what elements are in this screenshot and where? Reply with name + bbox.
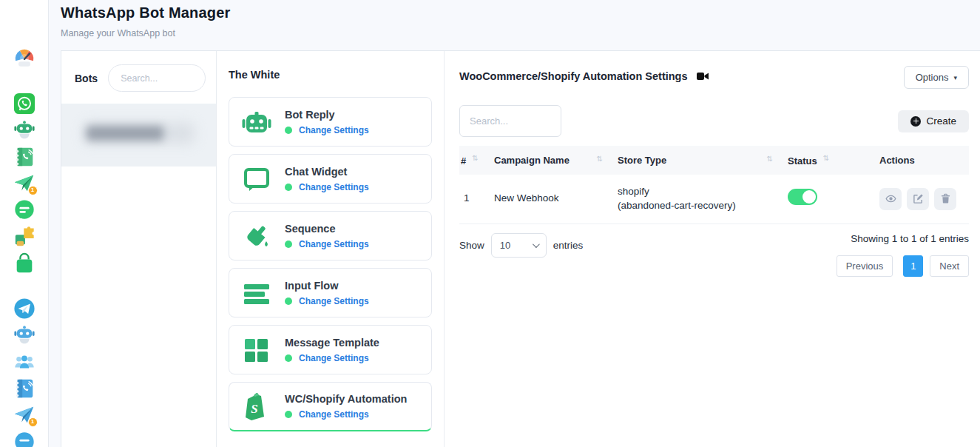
- bots-column: Bots: [61, 51, 217, 447]
- feature-card-message-template[interactable]: Message Template Change Settings: [229, 325, 432, 374]
- whatsapp-shop-icon[interactable]: [13, 252, 36, 275]
- change-settings-link[interactable]: Change Settings: [299, 296, 369, 306]
- edit-button[interactable]: [907, 188, 929, 210]
- column-header-status[interactable]: Status⇅: [783, 146, 875, 175]
- sort-icon[interactable]: ⇅: [767, 155, 773, 163]
- status-dot: [285, 411, 292, 418]
- status-dot: [285, 184, 292, 191]
- whatsapp-bot-icon[interactable]: [13, 119, 36, 141]
- column-header-index[interactable]: #⇅: [459, 146, 490, 175]
- telegram-bot-icon[interactable]: [13, 324, 36, 346]
- next-page-button[interactable]: Next: [930, 255, 969, 277]
- table-row: 1 New Webhook shopify (abandoned-cart-re…: [459, 175, 969, 223]
- status-dot: [285, 354, 292, 362]
- bot-features-column: The White Bot Reply Change Settings: [217, 51, 445, 447]
- page-header: WhatsApp Bot Manager Manage your WhatsAp…: [61, 4, 231, 38]
- shopify-icon: S: [240, 389, 274, 423]
- whatsapp-chat-icon[interactable]: [13, 199, 36, 221]
- bot-name-title: The White: [229, 69, 432, 81]
- whatsapp-campaign-icon[interactable]: 1: [13, 172, 36, 195]
- view-button[interactable]: [879, 188, 902, 210]
- page-title: WhatsApp Bot Manager: [61, 4, 231, 21]
- sort-icon[interactable]: ⇅: [472, 154, 478, 162]
- column-header-store-type[interactable]: Store Type⇅: [613, 146, 783, 175]
- telegram-icon[interactable]: [13, 298, 36, 320]
- change-settings-link[interactable]: Change Settings: [299, 182, 369, 192]
- telegram-chat-icon[interactable]: [13, 431, 36, 447]
- telegram-members-icon[interactable]: [13, 351, 36, 373]
- message-template-icon: [240, 333, 274, 367]
- video-tutorial-icon[interactable]: [697, 71, 709, 81]
- status-dot: [285, 127, 292, 134]
- feature-card-title: Input Flow: [285, 280, 369, 292]
- feature-card-title: Bot Reply: [285, 109, 369, 121]
- page-size-select[interactable]: 10: [491, 233, 547, 258]
- bot-reply-icon: [240, 105, 274, 139]
- trash-icon: [940, 193, 951, 204]
- column-header-campaign-name[interactable]: Campaign Name⇅: [490, 146, 613, 175]
- change-settings-link[interactable]: Change Settings: [299, 239, 369, 249]
- bots-search-input[interactable]: [108, 64, 206, 92]
- change-settings-link[interactable]: Change Settings: [299, 409, 369, 420]
- page-subtitle: Manage your WhatsApp bot: [61, 28, 231, 38]
- bot-name-blurred: [87, 126, 163, 141]
- automation-search-input[interactable]: [459, 105, 561, 137]
- sort-icon[interactable]: ⇅: [597, 155, 603, 163]
- feature-card-input-flow[interactable]: Input Flow Change Settings: [229, 268, 432, 317]
- feature-card-chat-widget[interactable]: Chat Widget Change Settings: [229, 154, 432, 204]
- row-index: 1: [459, 175, 490, 223]
- campaign-count-badge: 1: [28, 417, 38, 427]
- bot-list-item-selected[interactable]: [61, 104, 216, 167]
- create-button[interactable]: Create: [898, 110, 969, 132]
- bots-label: Bots: [75, 73, 98, 84]
- pagination: Previous 1 Next: [837, 255, 969, 277]
- whatsapp-contacts-icon[interactable]: [13, 146, 36, 168]
- telegram-campaign-icon[interactable]: 1: [13, 404, 36, 426]
- app-icon-rail: 1: [0, 0, 49, 447]
- column-header-actions: Actions: [875, 146, 969, 175]
- automation-settings-column: WooCommerce/Shopify Automation Settings …: [445, 51, 980, 447]
- main-panel: Bots The White Bot Reply: [61, 50, 980, 447]
- previous-page-button[interactable]: Previous: [837, 255, 893, 277]
- status-toggle[interactable]: [788, 189, 817, 205]
- chevron-down-icon: ▾: [953, 74, 957, 81]
- chevron-down-icon: [533, 241, 540, 248]
- svg-text:S: S: [251, 402, 257, 416]
- feature-card-sequence[interactable]: Sequence Change Settings: [229, 211, 432, 261]
- campaign-count-badge: 1: [28, 186, 38, 195]
- sort-icon[interactable]: ⇅: [823, 154, 829, 162]
- plus-circle-icon: [910, 116, 921, 127]
- feature-card-title: Message Template: [285, 337, 379, 349]
- row-store-type: shopify (abandoned-cart-recovery): [613, 175, 783, 223]
- campaigns-table: #⇅ Campaign Name⇅ Store Type⇅ Status⇅ Ac…: [459, 146, 969, 224]
- whatsapp-integration-icon[interactable]: [13, 226, 36, 248]
- telegram-contacts-icon[interactable]: [13, 377, 36, 400]
- feature-card-title: Chat Widget: [285, 166, 369, 178]
- input-flow-icon: [240, 276, 274, 310]
- feature-card-wc-shopify-automation[interactable]: S WC/Shopify Automation Change Settings: [229, 382, 432, 431]
- feature-card-title: Sequence: [285, 223, 369, 235]
- feature-card-title: WC/Shopify Automation: [285, 393, 407, 405]
- showing-entries-text: Showing 1 to 1 of 1 entries: [837, 233, 969, 244]
- status-dot: [285, 298, 292, 305]
- chat-widget-icon: [240, 162, 274, 196]
- delete-button[interactable]: [934, 188, 956, 210]
- entries-label: entries: [553, 240, 584, 251]
- options-button[interactable]: Options ▾: [904, 66, 969, 89]
- row-campaign-name: New Webhook: [490, 175, 613, 223]
- dashboard-gauge-icon[interactable]: [13, 47, 36, 70]
- show-label: Show: [459, 240, 484, 251]
- sequence-icon: [240, 219, 274, 253]
- eye-icon: [885, 193, 896, 204]
- whatsapp-icon[interactable]: [13, 93, 36, 115]
- status-dot: [285, 241, 292, 248]
- edit-icon: [913, 193, 924, 204]
- change-settings-link[interactable]: Change Settings: [299, 125, 369, 135]
- automation-title: WooCommerce/Shopify Automation Settings: [459, 70, 688, 82]
- feature-card-bot-reply[interactable]: Bot Reply Change Settings: [229, 97, 432, 147]
- page-1-button[interactable]: 1: [903, 255, 923, 277]
- change-settings-link[interactable]: Change Settings: [299, 353, 369, 363]
